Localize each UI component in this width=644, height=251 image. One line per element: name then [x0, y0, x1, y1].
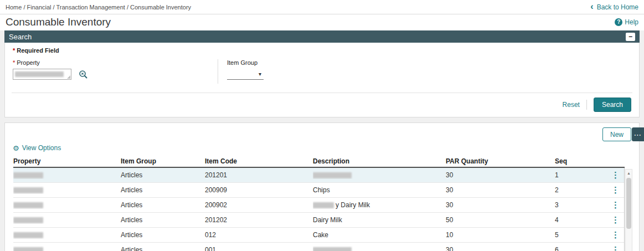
redacted-text: [13, 217, 43, 223]
row-actions-button[interactable]: ⋮: [608, 216, 623, 224]
actions-cell: ⋮: [606, 245, 625, 251]
breadcrumb[interactable]: Home / Financial / Transaction Managemen…: [6, 4, 191, 11]
table-row[interactable]: Articles201201301⋮: [13, 168, 624, 183]
description-cell: Cake: [313, 231, 446, 239]
actions-cell: ⋮: [606, 171, 625, 180]
view-options-row: ⚙ View Options: [5, 144, 639, 155]
property-cell: [13, 186, 121, 194]
item-code-cell: 201202: [205, 216, 313, 224]
page-title: Consumable Inventory: [6, 16, 111, 28]
item-code-cell: 201201: [205, 171, 313, 179]
scroll-up-arrow-icon[interactable]: ▲: [626, 170, 632, 177]
scrollbar-thumb[interactable]: [626, 178, 631, 229]
item-code-cell: 200909: [205, 186, 313, 194]
results-actions-row: New ⋯: [5, 123, 639, 144]
table-row[interactable]: Articles001306⋮: [13, 243, 624, 251]
resize-corner-icon: [67, 75, 70, 79]
seq-cell: 6: [555, 246, 606, 251]
search-button[interactable]: Search: [594, 98, 631, 112]
new-button[interactable]: New: [602, 127, 631, 141]
title-bar: Consumable Inventory ? Help: [0, 14, 644, 30]
back-to-home-link[interactable]: ‹ Back to Home: [590, 3, 638, 11]
item-code-cell: 200902: [205, 201, 313, 209]
seq-cell: 2: [555, 186, 606, 194]
back-to-home-label: Back to Home: [597, 3, 638, 11]
seq-cell: 1: [555, 171, 606, 179]
par-quantity-cell: 50: [446, 216, 555, 224]
help-link[interactable]: ? Help: [615, 18, 638, 26]
description-cell: [313, 246, 446, 251]
actions-cell: ⋮: [606, 230, 625, 239]
help-label: Help: [625, 18, 638, 26]
redacted-text: [13, 187, 43, 193]
property-label: *Property: [13, 59, 218, 66]
property-field-group: *Property: [12, 59, 218, 80]
search-panel-body: *Required Field *Property: [4, 43, 640, 117]
column-header-description: Description: [313, 157, 446, 165]
row-actions-button[interactable]: ⋮: [608, 201, 623, 209]
collapse-panel-button[interactable]: −: [626, 33, 635, 41]
gear-icon: ⚙: [13, 145, 19, 152]
help-icon: ?: [615, 18, 622, 26]
reset-button[interactable]: Reset: [563, 101, 580, 109]
column-header-item-code: Item Code: [205, 157, 313, 165]
description-text: Dairy Milk: [313, 216, 342, 224]
description-cell: y Dairy Milk: [313, 201, 446, 209]
item-group-label: Item Group: [227, 59, 264, 66]
overflow-menu-button[interactable]: ⋯: [632, 127, 644, 141]
item-group-cell: Articles: [121, 246, 205, 251]
row-actions-button[interactable]: ⋮: [608, 245, 623, 251]
item-group-cell: Articles: [121, 231, 205, 239]
seq-cell: 4: [555, 216, 606, 224]
par-quantity-cell: 30: [446, 171, 555, 179]
form-vertical-divider: [218, 59, 218, 84]
column-header-seq: Seq: [555, 157, 606, 165]
redacted-text: [313, 172, 352, 178]
redacted-text: [13, 202, 43, 208]
row-actions-button[interactable]: ⋮: [608, 230, 623, 239]
results-panel: New ⋯ ⚙ View Options Property Item Group…: [4, 122, 640, 251]
seq-cell: 3: [555, 201, 606, 209]
par-quantity-cell: 10: [446, 231, 555, 239]
description-text: Cake: [313, 231, 328, 239]
property-search-icon[interactable]: [78, 69, 89, 80]
seq-cell: 5: [555, 231, 606, 239]
view-options-link[interactable]: View Options: [22, 144, 61, 152]
redacted-text: [313, 247, 352, 251]
description-cell: [313, 171, 446, 179]
item-group-dropdown[interactable]: ▾: [227, 69, 264, 80]
property-input[interactable]: [13, 69, 71, 80]
table-row[interactable]: Articles200902y Dairy Milk303⋮: [13, 198, 624, 213]
item-code-cell: 001: [205, 246, 313, 251]
search-panel-header: Search −: [4, 30, 640, 43]
row-actions-button[interactable]: ⋮: [608, 186, 623, 194]
table-row[interactable]: Articles201202Dairy Milk504⋮: [13, 213, 624, 228]
item-code-cell: 012: [205, 231, 313, 239]
column-header-item-group: Item Group: [121, 157, 205, 165]
row-actions-button[interactable]: ⋮: [608, 171, 623, 179]
par-quantity-cell: 30: [446, 246, 555, 251]
table-scrollbar[interactable]: ▲: [625, 169, 632, 251]
property-cell: [13, 201, 121, 209]
column-header-property: Property: [13, 157, 121, 165]
redacted-text: [313, 202, 334, 208]
column-header-par-quantity: PAR Quantity: [446, 157, 555, 165]
property-cell: [13, 231, 121, 239]
table-row[interactable]: Articles200909Chips302⋮: [13, 183, 624, 198]
search-form-row: *Property: [12, 59, 632, 86]
actions-cell: ⋮: [606, 216, 625, 224]
required-field-note: *Required Field: [13, 47, 632, 54]
description-text: Chips: [313, 186, 330, 194]
table-header-row: Property Item Group Item Code Descriptio…: [13, 156, 625, 168]
redacted-text: [15, 71, 64, 77]
table-body: Articles201201301⋮Articles200909Chips302…: [13, 168, 625, 251]
search-footer: Reset Search: [12, 93, 632, 117]
item-group-cell: Articles: [121, 201, 205, 209]
redacted-text: [13, 247, 43, 251]
chevron-down-icon: ▾: [259, 71, 261, 77]
par-quantity-cell: 30: [446, 201, 555, 209]
property-cell: [13, 171, 121, 179]
property-cell: [13, 246, 121, 251]
table-row[interactable]: Articles012Cake105⋮: [13, 228, 624, 243]
back-chevron-icon: ‹: [590, 2, 593, 11]
